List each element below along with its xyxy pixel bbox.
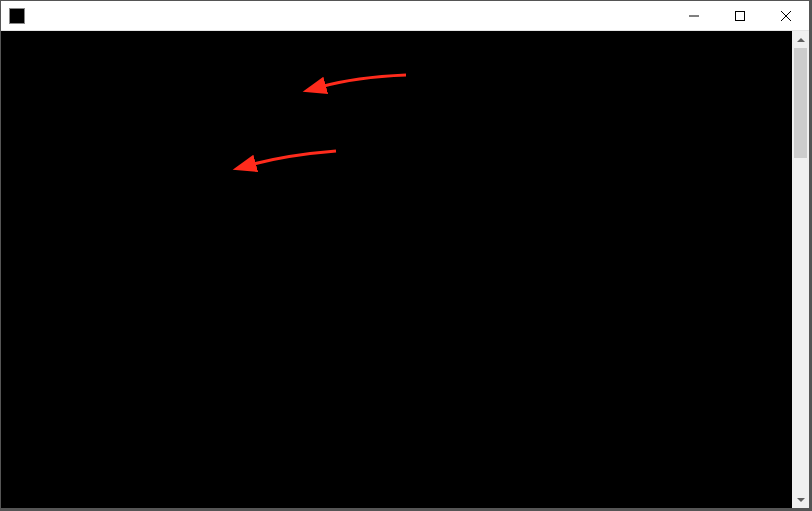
scroll-track[interactable]: [792, 48, 809, 491]
close-button[interactable]: [763, 1, 809, 31]
scroll-thumb[interactable]: [794, 48, 807, 158]
maximize-button[interactable]: [717, 1, 763, 31]
window-buttons: [671, 1, 809, 31]
svg-rect-0: [736, 11, 745, 20]
cmd-window: [0, 0, 810, 509]
terminal-output[interactable]: [1, 31, 792, 508]
minimize-button[interactable]: [671, 1, 717, 31]
cmd-icon: [9, 8, 25, 24]
scroll-up-button[interactable]: [792, 31, 809, 48]
vertical-scrollbar[interactable]: [792, 31, 809, 508]
titlebar[interactable]: [1, 1, 809, 31]
